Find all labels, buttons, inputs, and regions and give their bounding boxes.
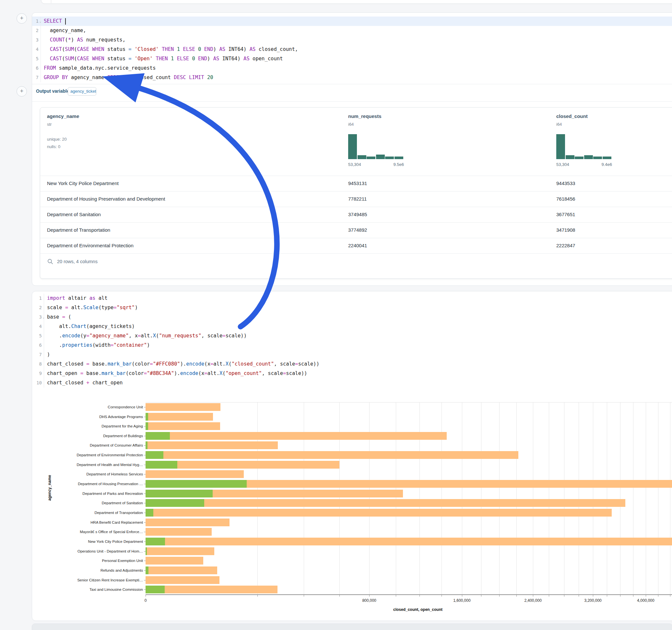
y-tick xyxy=(144,493,146,494)
gridline xyxy=(499,402,500,595)
fold-chevron-icon[interactable]: ⌄ xyxy=(40,17,41,26)
bar-open-count[interactable] xyxy=(146,451,163,459)
x-tick-label: 2,400,000 xyxy=(524,598,542,603)
bar-closed-count[interactable] xyxy=(146,470,244,478)
table-row[interactable]: Department of Environmental Protection22… xyxy=(40,238,672,254)
result-table[interactable]: agency_namestrunique: 20nulls: 0num_requ… xyxy=(40,107,672,279)
cell-closed-count: 2222847 xyxy=(556,243,575,248)
divider xyxy=(32,101,672,102)
bar-open-count[interactable] xyxy=(146,480,247,488)
bar-closed-count[interactable] xyxy=(146,432,447,440)
python-cell: 1import altair as alt2scale = alt.Scale(… xyxy=(32,291,672,621)
column-header[interactable]: closed_count xyxy=(556,114,588,119)
add-cell-button-output[interactable]: + xyxy=(17,86,27,97)
y-tick xyxy=(144,513,146,513)
table-row[interactable]: Department of Sanitation37494853677651 xyxy=(40,207,672,223)
bar-closed-count[interactable] xyxy=(146,499,625,507)
gridline xyxy=(339,402,340,595)
previous-cell-gutter-line xyxy=(51,0,51,3)
column-header[interactable]: agency_name xyxy=(47,114,79,119)
column-type: str xyxy=(47,122,51,127)
histogram-bar xyxy=(584,155,593,159)
sql-code-line: 3 COUNT(*) AS num_requests, xyxy=(32,35,672,45)
bar-closed-count[interactable] xyxy=(146,518,230,526)
bar-closed-count[interactable] xyxy=(146,538,672,546)
y-tick xyxy=(144,571,146,571)
table-row[interactable]: Department of Transportation377489234719… xyxy=(40,222,672,238)
bar-closed-count[interactable] xyxy=(146,451,518,459)
bar-open-count[interactable] xyxy=(146,547,147,555)
bar-closed-count[interactable] xyxy=(146,547,214,555)
altair-chart[interactable]: 0800,0001,600,0002,400,0003,200,0004,000… xyxy=(32,291,672,621)
bar-closed-count[interactable] xyxy=(146,509,612,516)
column-meta: nulls: 0 xyxy=(47,144,60,149)
bar-closed-count[interactable] xyxy=(146,566,217,574)
y-axis-label: Mayorâ€ s Office of Special Enforce… xyxy=(39,530,143,534)
y-tick xyxy=(144,455,146,455)
column-header[interactable]: num_requests xyxy=(348,114,382,119)
y-tick xyxy=(144,465,146,465)
sql-editor[interactable]: 1⌄SELECT 2 agency_name,3 COUNT(*) AS num… xyxy=(32,17,672,82)
bar-closed-count[interactable] xyxy=(146,557,203,564)
bar-closed-count[interactable] xyxy=(146,528,212,536)
line-number: 6 xyxy=(32,64,41,73)
histogram-min-label: 53,304 xyxy=(348,162,361,167)
bar-closed-count[interactable] xyxy=(146,422,220,430)
bar-closed-count[interactable] xyxy=(146,403,220,411)
gridline xyxy=(670,402,670,595)
search-icon[interactable] xyxy=(47,259,53,264)
bar-closed-count[interactable] xyxy=(146,441,278,449)
table-footer-summary: 20 rows, 4 columns xyxy=(57,259,98,264)
gridline xyxy=(533,402,533,595)
y-axis-label: Personal Exemption Unit xyxy=(39,559,143,563)
gridline xyxy=(481,402,481,595)
gridline xyxy=(549,402,549,595)
code-text[interactable]: agency_name, xyxy=(41,26,86,35)
previous-cell-sliver xyxy=(41,0,672,4)
table-row[interactable]: Department of Housing Preservation and D… xyxy=(40,191,672,207)
y-axis-label: HRA Benefit Card Replacement xyxy=(39,520,143,524)
code-text[interactable]: GROUP BY agency_name ORDER BY closed_cou… xyxy=(41,73,213,82)
cell-closed-count: 3677651 xyxy=(556,212,575,217)
histogram-bar xyxy=(566,155,574,159)
gridline xyxy=(658,402,658,595)
bar-open-count[interactable] xyxy=(146,538,165,546)
bar-open-count[interactable] xyxy=(146,432,170,440)
code-text[interactable]: FROM sample_data.nyc.service_requests xyxy=(41,64,155,73)
y-tick xyxy=(144,407,146,407)
code-text[interactable]: CAST(SUM(CASE WHEN status = 'Closed' THE… xyxy=(41,45,298,54)
bar-open-count[interactable] xyxy=(146,509,153,516)
bar-open-count[interactable] xyxy=(146,499,204,507)
bar-open-count[interactable] xyxy=(146,413,148,421)
y-axis-label: Department of Health and Mental Hyg… xyxy=(39,463,143,467)
cell-closed-count: 3471908 xyxy=(556,227,575,233)
histogram-bar xyxy=(367,156,376,159)
bar-open-count[interactable] xyxy=(146,422,148,430)
plot-top-line xyxy=(146,402,672,403)
gridline xyxy=(607,402,607,595)
x-tick-label: 3,200,000 xyxy=(584,598,601,603)
sql-code-line: 1⌄SELECT xyxy=(32,17,672,26)
text-cursor xyxy=(65,18,66,25)
y-tick xyxy=(144,580,146,580)
histogram-bar xyxy=(376,154,385,159)
bar-open-count[interactable] xyxy=(146,461,177,468)
x-axis-title: closed_count, open_count xyxy=(393,607,442,612)
code-text[interactable]: COUNT(*) AS num_requests, xyxy=(41,35,125,45)
column-histogram xyxy=(348,134,404,159)
bar-closed-count[interactable] xyxy=(146,413,213,421)
y-axis-label: Department for the Aging xyxy=(39,424,143,428)
y-axis-label: Department of Sanitation xyxy=(39,501,143,505)
table-row[interactable]: New York City Police Department945313194… xyxy=(40,176,672,192)
output-variable-badge[interactable]: agency_tickets xyxy=(68,87,96,96)
bar-closed-count[interactable] xyxy=(146,586,278,593)
bar-open-count[interactable] xyxy=(146,490,213,498)
add-cell-button-top[interactable]: + xyxy=(17,13,27,24)
bar-open-count[interactable] xyxy=(146,441,147,449)
code-text[interactable]: CAST(SUM(CASE WHEN status = 'Open' THEN … xyxy=(41,54,283,64)
cell-agency-name: Department of Transportation xyxy=(47,227,110,233)
code-text[interactable]: SELECT xyxy=(41,17,66,26)
bar-open-count[interactable] xyxy=(146,586,165,593)
bar-open-count[interactable] xyxy=(146,566,148,574)
bar-closed-count[interactable] xyxy=(146,576,219,584)
